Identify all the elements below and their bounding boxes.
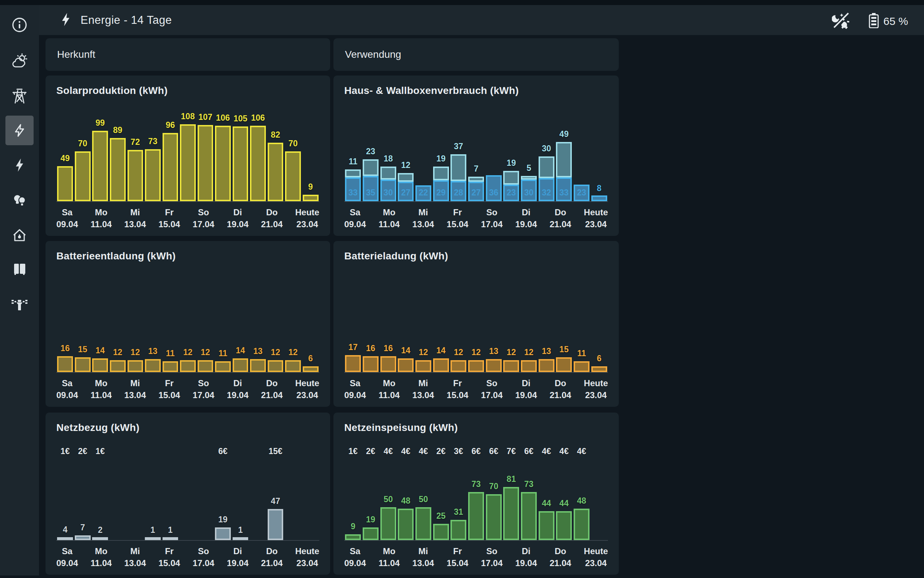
- bar-value-label: 22: [417, 188, 430, 198]
- sidebar-item-info[interactable]: [5, 10, 34, 40]
- column-header: Verwendung: [333, 38, 619, 71]
- bar-value-label: 6: [585, 354, 613, 364]
- sidebar-item-climate[interactable]: [5, 220, 34, 249]
- x-axis-label: So17.04: [193, 377, 214, 401]
- cost-label: 4€: [397, 446, 415, 456]
- chart-plot: 919504850253173708173444448: [344, 469, 608, 541]
- x-axis-label: Di19.04: [515, 206, 537, 230]
- x-axis-label: Di19.04: [227, 377, 248, 401]
- column-verwendung: Verwendung Haus- & Wallboxenverbrauch (k…: [333, 38, 619, 575]
- sidebar-item-lights[interactable]: [5, 185, 34, 214]
- bar-value-label: 8: [585, 183, 613, 193]
- bar: [57, 356, 73, 372]
- chart-plot: 16151412121311121211141312126: [56, 340, 319, 373]
- bar-value-label: 33: [347, 188, 360, 198]
- bar: [556, 511, 572, 540]
- bar-slot: [109, 469, 127, 540]
- cost-label: [179, 446, 197, 456]
- bar-segment-house: 22: [415, 185, 431, 201]
- bar-segment-wallbox: [398, 173, 413, 182]
- bar: [468, 492, 484, 540]
- bar: [233, 537, 248, 540]
- day-night-toggle-icon[interactable]: [832, 12, 850, 30]
- bar-value-label: 23: [505, 188, 518, 198]
- bar: [128, 150, 143, 201]
- bar-slot: 6: [590, 340, 608, 372]
- bar-slot: 106: [249, 101, 267, 201]
- x-axis-label: So17.04: [481, 545, 503, 569]
- bar-segment-house: [591, 195, 607, 201]
- bar-value-label: 9: [297, 182, 325, 192]
- cost-label: [196, 446, 214, 456]
- bar: [486, 494, 502, 540]
- bar-value-label: 30: [382, 188, 395, 198]
- x-axis-label: [214, 545, 227, 569]
- cost-label: 1€: [344, 446, 362, 456]
- sidebar-item-power[interactable]: [5, 150, 34, 180]
- bar: [486, 359, 502, 372]
- bar-slot: [179, 469, 197, 540]
- x-axis-label: Di19.04: [227, 206, 248, 230]
- sidebar-item-grid[interactable]: [5, 81, 34, 110]
- bar-slot: 48: [573, 469, 591, 540]
- bar-slot: [590, 469, 608, 540]
- x-axis-label: [180, 377, 193, 401]
- bar: [267, 360, 284, 372]
- sidebar-item-storage[interactable]: [5, 254, 34, 284]
- x-axis-label: [283, 545, 295, 569]
- x-axis-label: Fr15.04: [159, 545, 180, 569]
- x-axis-label: [468, 206, 481, 230]
- sidebar-item-energy[interactable]: [5, 115, 34, 145]
- x-axis-label: [537, 206, 550, 230]
- bar: [92, 537, 108, 540]
- x-axis-label: Mi13.04: [124, 377, 146, 401]
- bar-slot: 89: [109, 101, 127, 201]
- x-axis-label: Mi13.04: [124, 206, 146, 230]
- power-pylon-icon: [11, 87, 28, 104]
- bar-value-label: 30: [522, 188, 535, 198]
- x-axis-label: [571, 377, 584, 401]
- bar-value-label: 32: [540, 188, 553, 198]
- x-axis-label: Fr15.04: [159, 377, 180, 401]
- topbar: Energie - 14 Tage: [0, 5, 924, 35]
- bar: [75, 151, 91, 201]
- x-axis-label: Di19.04: [227, 545, 248, 569]
- x-axis-label: Mo11.04: [91, 377, 112, 401]
- x-axis-label: [214, 206, 227, 230]
- x-axis-label: [468, 545, 481, 569]
- bar: [92, 358, 108, 372]
- sidebar-item-irrigation[interactable]: [5, 289, 34, 318]
- chart-card-haus-wallboxenverbrauch: Haus- & Wallboxenverbrauch (kWh)33113523…: [333, 76, 619, 236]
- bar-segment-wallbox: [556, 142, 572, 177]
- x-axis-label: Mi13.04: [412, 545, 434, 569]
- x-axis-label: So17.04: [481, 206, 503, 230]
- bar-slot: 12: [415, 340, 432, 372]
- cost-label: [144, 446, 162, 456]
- bar: [451, 360, 466, 372]
- x-axis-label: So17.04: [481, 377, 503, 401]
- x-axis-label: [180, 545, 193, 569]
- bar-slot: 82: [267, 101, 284, 201]
- bar-slot: 15: [74, 340, 92, 372]
- sidebar-item-weather[interactable]: [5, 46, 34, 76]
- bar: [538, 511, 554, 540]
- cost-label: [162, 446, 179, 456]
- storage-units-icon: [11, 260, 28, 278]
- cost-label: 1€: [56, 446, 74, 456]
- x-axis-label: Mi13.04: [412, 377, 434, 401]
- x-axis: Sa09.04Mo11.04Mi13.04Fr15.04So17.04Di19.…: [344, 545, 608, 569]
- bar-slot: [196, 469, 214, 540]
- cost-label: 4€: [379, 446, 397, 456]
- bar-value-label: 27: [399, 188, 412, 198]
- chart-card-netzeinspeisung: Netzeinspeisung (kWh)1€2€4€4€4€2€3€6€6€7…: [333, 412, 619, 575]
- x-axis-label: [214, 377, 227, 401]
- x-axis-label: Mo11.04: [91, 206, 112, 230]
- bar: [556, 357, 572, 372]
- x-axis-label: Heute23.04: [584, 377, 608, 401]
- x-axis-label: Heute23.04: [584, 545, 608, 569]
- energy-bolt-icon: [11, 122, 28, 139]
- chart-plot: 4721119147: [56, 469, 319, 541]
- x-axis-label: [468, 377, 481, 401]
- cost-label: 4€: [573, 446, 591, 456]
- bar-slot: 2319: [503, 101, 520, 201]
